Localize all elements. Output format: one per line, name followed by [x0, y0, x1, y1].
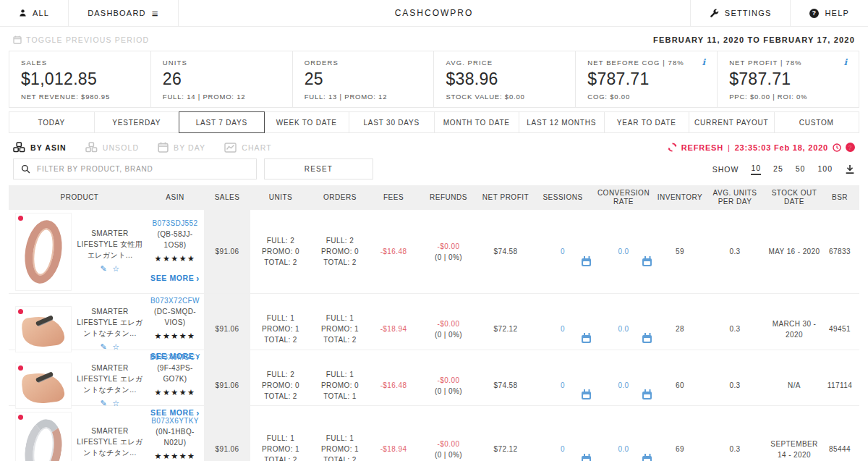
kpi-value: $787.71 — [729, 69, 847, 89]
avg-units-per-day-cell: 0.3 — [706, 210, 764, 293]
download-icon[interactable] — [845, 164, 855, 174]
top-nav: ALL DASHBOARD ≡ CASHCOWPRO SETTINGS ? HE… — [0, 0, 868, 27]
views-row: BY ASIN UNSOLD BY DAY CHART — [13, 142, 855, 153]
asin-link[interactable]: B073SDJ552 — [153, 218, 198, 229]
show-option-100[interactable]: 100 — [817, 164, 833, 174]
calendar-icon[interactable] — [582, 335, 591, 343]
period-tab[interactable]: CUSTOM — [774, 111, 860, 133]
header-sales: SALES — [204, 192, 250, 204]
period-tab[interactable]: LAST 30 DAYS — [349, 111, 435, 133]
units-cell: FULL: 2 PROMO: 0 TOTAL: 2 — [250, 210, 311, 293]
header-inventory: INVENTORY — [654, 192, 706, 204]
units-cell: FULL: 1 PROMO: 1 TOTAL: 2 — [250, 406, 311, 461]
view-chart[interactable]: CHART — [224, 143, 271, 153]
table-body: SMARTER LIFESTYLE 女性用 エレガント... ✎ ☆ B073S… — [9, 210, 859, 461]
header-net-profit: NET PROFIT — [479, 192, 532, 204]
help-button[interactable]: ? HELP — [790, 0, 868, 26]
period-tab[interactable]: LAST 7 DAYS — [179, 111, 265, 133]
rating-stars: ★★★★★ — [155, 450, 196, 461]
calendar-icon[interactable] — [642, 335, 652, 343]
view-by-asin[interactable]: BY ASIN — [13, 142, 67, 153]
product-image[interactable] — [15, 363, 72, 409]
calendar-icon[interactable] — [642, 392, 652, 399]
clock-icon[interactable] — [833, 143, 841, 152]
edit-icon[interactable]: ✎ — [101, 263, 108, 275]
person-icon — [19, 9, 27, 17]
product-image[interactable] — [15, 306, 72, 352]
period-tab-label: LAST 12 MONTHS — [527, 119, 596, 127]
asin-link[interactable]: B073X6YTKY — [151, 415, 199, 426]
calendar-icon[interactable] — [582, 258, 591, 266]
help-icon: ? — [809, 9, 819, 18]
refunds-cell: -$0.00 (0 | 0%) — [418, 406, 479, 461]
refresh-timestamp: 23:35:03 Feb 18, 2020 — [735, 143, 828, 152]
product-name-cell: SMARTER LIFESTYLE エレガントなチタン... ✎ ☆ — [74, 406, 146, 461]
period-tab-label: CUSTOM — [799, 119, 834, 127]
calendar-icon[interactable] — [582, 456, 591, 461]
chevron-right-icon: › — [196, 272, 200, 285]
stock-out-date-cell: SEPTEMBER 14 - 2020 — [764, 406, 825, 461]
settings-button[interactable]: SETTINGS — [690, 0, 791, 26]
info-icon[interactable]: i — [702, 59, 706, 66]
kpi-subvalue: COG: $0.00 — [587, 93, 705, 101]
asin-cell: B073SDJ552 (QB-58JJ-1OS8) ★★★★★ SEE MORE… — [146, 210, 204, 293]
asin-link[interactable]: B073X72CFW — [150, 295, 200, 306]
info-icon[interactable]: i — [843, 59, 847, 66]
period-tab[interactable]: YEAR TO DATE — [604, 111, 690, 133]
reset-button[interactable]: RESET — [264, 158, 373, 179]
product-image[interactable] — [15, 213, 72, 291]
period-tab-label: CURRENT PAYOUT — [694, 119, 768, 127]
fees-cell: -$18.94 — [369, 406, 418, 461]
period-tab-label: LAST 7 DAYS — [196, 119, 247, 127]
cubes-icon — [85, 142, 98, 153]
see-more-link[interactable]: SEE MORE › — [150, 272, 200, 285]
refunds-cell: -$0.00 (0 | 0%) — [418, 210, 479, 293]
sku-text: (QB-58JJ-1OS8) — [148, 229, 203, 250]
calendar-icon[interactable] — [642, 456, 652, 461]
show-option-25[interactable]: 25 — [773, 164, 783, 174]
refresh-control[interactable]: REFRESH | 23:35:03 Feb 18, 2020 ? — [668, 143, 855, 152]
alert-dot-icon — [18, 309, 23, 314]
fees-cell: -$16.48 — [369, 210, 418, 293]
filter-input[interactable] — [37, 165, 249, 173]
calendar-icon[interactable] — [582, 392, 591, 399]
header-bsr: BSR — [825, 192, 855, 204]
kpi-subvalue: FULL: 13 | PROMO: 12 — [305, 93, 422, 101]
inventory-cell: 69 — [654, 406, 706, 461]
help-label: HELP — [825, 9, 849, 17]
period-tab[interactable]: YESTERDAY — [94, 111, 180, 133]
period-tab[interactable]: WEEK TO DATE — [264, 111, 350, 133]
app-root: ALL DASHBOARD ≡ CASHCOWPRO SETTINGS ? HE… — [0, 0, 868, 461]
period-tab[interactable]: CURRENT PAYOUT — [689, 111, 775, 133]
toggle-previous-period-button[interactable]: TOGGLE PREVIOUS PERIOD — [13, 35, 149, 44]
brand-title: CASHCOWPRO — [395, 0, 474, 27]
asin-link[interactable]: B073X6MGCY — [150, 352, 200, 363]
cubes-icon — [13, 142, 25, 153]
dashboard-menu-button[interactable]: DASHBOARD ≡ — [69, 0, 178, 26]
all-accounts-button[interactable]: ALL — [0, 0, 69, 26]
favorite-star-icon[interactable]: ☆ — [112, 263, 119, 275]
filter-search-box[interactable] — [13, 158, 257, 179]
product-image[interactable] — [15, 412, 72, 461]
show-option-10[interactable]: 10 — [751, 164, 761, 175]
kpi-label: NET BEFORE COG | 78% — [587, 59, 684, 67]
view-unsold[interactable]: UNSOLD — [85, 142, 139, 153]
show-option-50[interactable]: 50 — [796, 164, 806, 174]
header-avg-units-per-day: AVG. UNITS PER DAY — [706, 187, 764, 208]
header-product: PRODUCT — [13, 192, 146, 204]
asin-cell: B073X6YTKY (0N-1HBQ-N02U) ★★★★★ SEE MORE… — [146, 406, 204, 461]
period-tab[interactable]: MONTH TO DATE — [434, 111, 520, 133]
kpi-value: 26 — [163, 69, 281, 89]
kpi-card: ORDERS i 25 FULL: 13 | PROMO: 12 — [292, 51, 434, 107]
calendar-icon[interactable] — [642, 258, 652, 266]
period-tab[interactable]: TODAY — [9, 111, 95, 133]
view-chart-label: CHART — [242, 143, 271, 152]
header-units: UNITS — [250, 192, 311, 204]
view-by-day[interactable]: BY DAY — [158, 142, 205, 153]
stock-out-date-cell: MAY 16 - 2020 — [764, 210, 825, 293]
view-unsold-label: UNSOLD — [103, 143, 139, 152]
refresh-help-icon[interactable]: ? — [846, 143, 855, 152]
period-tab[interactable]: LAST 12 MONTHS — [519, 111, 605, 133]
rating-stars: ★★★★★ — [155, 253, 196, 265]
kpi-label: ORDERS — [305, 59, 339, 67]
